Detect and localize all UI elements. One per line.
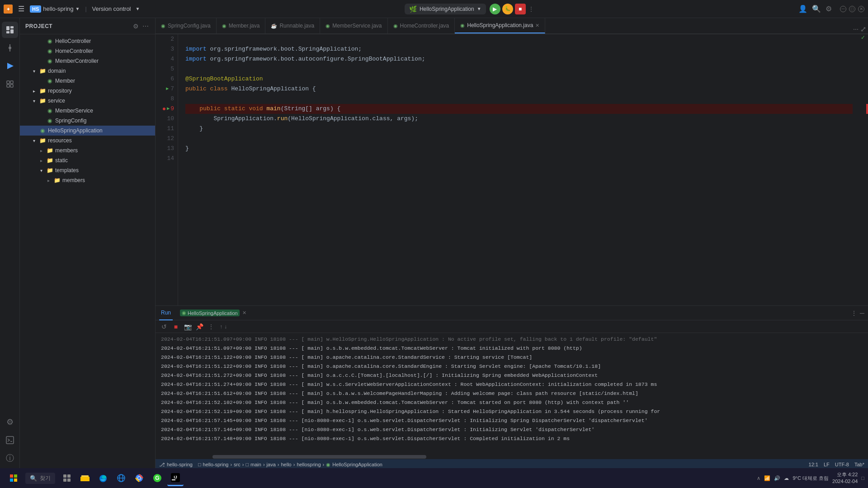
tray-up-arrow[interactable]: ∧ (757, 475, 760, 481)
stop-run-button[interactable]: ■ (171, 322, 181, 332)
tree-item-hello-controller[interactable]: ◉ HelloController (20, 36, 155, 46)
notification-button[interactable]: □ (861, 475, 864, 481)
tree-folder-arrow: ▸ (38, 158, 44, 163)
status-encoding[interactable]: UTF-8 (835, 462, 849, 467)
sidebar: Project ⚙ ⋯ ◉ HelloController ◉ HomeCont… (20, 18, 156, 470)
taskbar-ie[interactable] (113, 470, 129, 486)
tree-item-repository[interactable]: ▸ 📁 repository (20, 86, 155, 96)
tree-item-templates[interactable]: ▾ 📁 templates (20, 165, 155, 175)
bottom-more-icon[interactable]: ⋮ (851, 310, 857, 317)
line-num-12: 12 (159, 134, 174, 144)
taskbar-task-view[interactable] (59, 470, 75, 486)
taskbar-chrome2[interactable]: G (149, 470, 165, 486)
project-selector[interactable]: HS hello-spring ▼ (30, 5, 80, 13)
activity-run[interactable] (2, 58, 18, 74)
tab-close-icon[interactable]: ✕ (535, 23, 539, 28)
status-line-ending[interactable]: LF (824, 462, 830, 467)
weather-text: 9°C 대체로 흐림 (793, 475, 829, 482)
restart-button[interactable]: ↺ (159, 322, 169, 332)
settings-icon[interactable]: ⚙ (826, 5, 832, 13)
search-icon[interactable]: 🔍 (812, 5, 821, 13)
more-options-button[interactable]: ⋮ (528, 6, 534, 12)
run-tab-close-icon[interactable]: ✕ (242, 310, 246, 316)
activity-info[interactable]: ⓘ (2, 450, 18, 466)
folder-icon: 📁 (53, 177, 61, 183)
scroll-down-button[interactable]: ↓ (224, 324, 227, 330)
status-breadcrumb[interactable]: □ hello-spring › src › □ main › java › h… (198, 462, 382, 468)
maximize-button[interactable]: □ (849, 6, 855, 12)
tree-item-member[interactable]: ◉ Member (20, 76, 155, 86)
run-app-name: HelloSpringApplication (188, 310, 238, 316)
console-scrollbar[interactable] (156, 455, 868, 459)
sidebar-expand-icon[interactable]: ⋯ (142, 22, 150, 31)
code-content[interactable]: import org.springframework.boot.SpringAp… (178, 34, 860, 305)
screenshot-button[interactable]: 📷 (183, 322, 193, 332)
tab-overflow-icon[interactable]: ⋯ (853, 26, 859, 33)
activity-plugins[interactable] (2, 76, 18, 92)
activity-commit[interactable] (2, 40, 18, 56)
tree-item-hello-spring-app[interactable]: ◉ HelloSpringApplication (20, 126, 155, 136)
tab-home-controller[interactable]: ◉ HomeController.java (388, 18, 455, 33)
close-button[interactable]: ✕ (858, 6, 864, 12)
breadcrumb-main: main (250, 462, 261, 467)
code-line-11: } (185, 124, 853, 134)
start-button[interactable] (4, 468, 24, 488)
run-config-dropdown[interactable]: ▼ (477, 6, 481, 11)
status-indent[interactable]: Tab* (854, 462, 864, 467)
tree-item-static[interactable]: ▸ 📁 static (20, 155, 155, 165)
taskbar-explorer[interactable] (77, 470, 93, 486)
status-git[interactable]: ⎇ hello-spring (159, 462, 193, 468)
tree-item-member-service[interactable]: ◉ MemberService (20, 106, 155, 116)
stop-button[interactable]: ■ (515, 4, 526, 14)
svg-rect-12 (7, 84, 9, 87)
version-control-btn[interactable]: Version control (92, 5, 131, 12)
taskbar-intellij[interactable]: IJ (167, 470, 184, 486)
taskbar-edge[interactable] (95, 470, 111, 486)
run-tab-label: Run (161, 310, 171, 316)
tab-runnable[interactable]: ☕ Runnable.java (265, 18, 320, 33)
tab-spring-config[interactable]: ◉ SpringConfig.java (156, 18, 217, 33)
bottom-tab-run[interactable]: Run (159, 306, 173, 320)
clock[interactable]: 오후 4:22 2024-02-04 (832, 471, 858, 485)
taskbar-search[interactable]: 🔍 찾기 (25, 473, 55, 484)
code-line-14 (185, 154, 853, 164)
svg-rect-19 (14, 479, 17, 482)
taskbar-chrome[interactable] (131, 470, 147, 486)
tree-item-domain[interactable]: ▾ 📁 domain (20, 66, 155, 76)
tree-item-home-controller[interactable]: ◉ HomeController (20, 46, 155, 56)
tab-member-service[interactable]: ◉ MemberService.java (320, 18, 387, 33)
hamburger-menu[interactable]: ☰ (16, 3, 26, 15)
tab-icon: ☕ (271, 23, 277, 29)
tab-expand-icon[interactable]: ⤢ (860, 25, 866, 33)
run-tab-app[interactable]: ◉ HelloSpringApplication ✕ (180, 310, 246, 316)
tree-item-spring-config[interactable]: ◉ SpringConfig (20, 116, 155, 126)
activity-terminal[interactable] (2, 432, 18, 448)
tab-label: SpringConfig.java (168, 23, 211, 29)
scroll-up-button[interactable]: ↑ (220, 324, 222, 330)
status-position[interactable]: 12:1 (809, 462, 818, 467)
run-button[interactable]: ▶ (490, 4, 500, 14)
activity-project[interactable] (2, 22, 18, 38)
activity-settings[interactable]: ⚙ (2, 414, 18, 430)
tree-item-members[interactable]: ▸ 📁 members (20, 145, 155, 155)
debug-button[interactable]: 🐛 (502, 4, 513, 14)
bottom-minimize-icon[interactable]: ─ (860, 310, 864, 317)
code-line-7: public class HelloSpringApplication { (185, 84, 853, 94)
tree-item-resources[interactable]: ▾ 📁 resources (20, 136, 155, 145)
pin-button[interactable]: 📌 (194, 322, 204, 332)
breadcrumb-hello: hello (281, 462, 291, 467)
minimize-button[interactable]: ─ (840, 6, 846, 12)
tree-item-service[interactable]: ▾ 📁 service (20, 96, 155, 106)
tab-member[interactable]: ◉ Member.java (217, 18, 266, 33)
window-controls: ─ □ ✕ (840, 6, 864, 12)
sidebar-settings-icon[interactable]: ⚙ (132, 22, 140, 31)
console-scrollbar-thumb (212, 455, 426, 459)
more-run-button[interactable]: ⋮ (206, 322, 216, 332)
tab-hello-spring-app[interactable]: ◉ HelloSpringApplication.java ✕ (455, 18, 545, 33)
tree-item-templates-members[interactable]: ▸ 📁 members (20, 175, 155, 185)
account-icon[interactable]: 👤 (798, 5, 807, 13)
tree-item-member-controller[interactable]: ◉ MemberController (20, 56, 155, 66)
project-dropdown-arrow: ▼ (75, 6, 80, 11)
console-output[interactable]: 2024-02-04T16:21:51.097+09:00 INFO 18108… (156, 333, 868, 455)
line-num-3: 3 (159, 44, 174, 54)
